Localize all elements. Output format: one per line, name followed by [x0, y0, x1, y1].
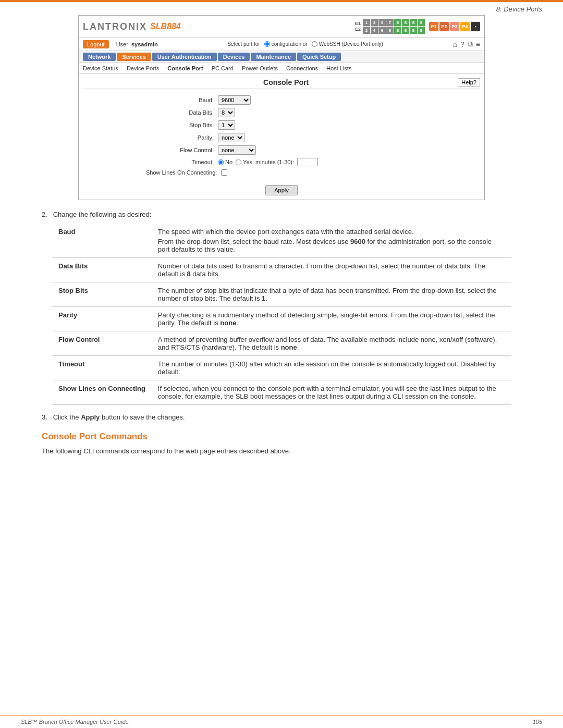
- lantronix-wordmark: LANTRONIX: [83, 20, 147, 32]
- console-port-form: Baud: 9600 1200 2400 4800 19200 38400 57…: [146, 95, 417, 195]
- show-lines-checkbox[interactable]: [221, 169, 227, 176]
- subnav-host-lists[interactable]: Host Lists: [326, 65, 351, 71]
- flow-control-row: Flow Control: none xon/xoff RTS/CTS: [146, 145, 417, 155]
- user-right: Select port for configuration or WebSSH …: [227, 41, 383, 47]
- subnav-power-outlets[interactable]: Power Outlets: [242, 65, 278, 71]
- port-status-area: E1 E2 1 3 5 7 S S S S 2 4 6 8 S: [355, 19, 480, 34]
- table-row: Show Lines on Connecting If selected, wh…: [52, 380, 511, 405]
- desc-stop-bits: The number of stop bits that indicate th…: [152, 282, 511, 307]
- p2-btn[interactable]: P2: [439, 22, 449, 31]
- timeout-no-text: No: [225, 159, 232, 165]
- logout-button[interactable]: Logout: [83, 40, 109, 48]
- term-stop-bits: Stop Bits: [52, 282, 152, 307]
- help-icon[interactable]: ?: [460, 40, 464, 48]
- user-info: User: sysadmin: [116, 41, 158, 47]
- desc-data-bits: Number of data bits used to transmit a c…: [152, 258, 511, 282]
- timeout-label: Timeout:: [146, 159, 214, 165]
- nav-quick-setup[interactable]: Quick Setup: [297, 53, 341, 61]
- timeout-minutes-input[interactable]: [297, 158, 318, 166]
- data-bits-row: Data Bits: 8 7 6 5: [146, 108, 417, 117]
- timeout-no-radio[interactable]: [218, 159, 224, 165]
- timeout-yes-label[interactable]: Yes, minutes (1-30):: [236, 159, 294, 165]
- help-button[interactable]: Help?: [458, 78, 480, 87]
- copy-icon[interactable]: ⧉: [468, 40, 473, 48]
- data-bits-select[interactable]: 8 7 6 5: [218, 108, 235, 117]
- desc-timeout: The number of minutes (1-30) after which…: [152, 356, 511, 380]
- flow-control-select[interactable]: none xon/xoff RTS/CTS: [218, 145, 256, 155]
- footer-left: SLB™ Branch Office Manager User Guide: [21, 719, 129, 725]
- subnav-device-status[interactable]: Device Status: [83, 65, 118, 71]
- username: sysadmin: [131, 41, 158, 47]
- timeout-row: Timeout: No Yes, minutes (1-30):: [146, 158, 417, 166]
- table-row: Flow Control A method of preventing buff…: [52, 331, 511, 356]
- table-row: Timeout The number of minutes (1-30) aft…: [52, 356, 511, 380]
- nav-network[interactable]: Network: [83, 53, 116, 61]
- icon-bar: ⌂ ? ⧉ ≡: [453, 40, 480, 48]
- nav-devices[interactable]: Devices: [218, 53, 250, 61]
- webssh-radio[interactable]: [312, 41, 317, 47]
- timeout-no-label[interactable]: No: [218, 159, 232, 165]
- select-port-label: Select port for: [227, 41, 260, 47]
- footer-right: 105: [533, 719, 542, 725]
- p4-btn[interactable]: P4: [460, 22, 470, 31]
- flow-control-label: Flow Control:: [146, 147, 214, 153]
- main-content: LANTRONIX SLB884 E1 E2 1 3 5 7 S S: [0, 15, 563, 484]
- ui-screenshot-box: LANTRONIX SLB884 E1 E2 1 3 5 7 S S: [78, 15, 485, 200]
- lantronix-header: LANTRONIX SLB884 E1 E2 1 3 5 7 S S: [79, 16, 484, 38]
- parity-row: Parity: none even odd: [146, 133, 417, 142]
- model-name: SLB884: [150, 22, 181, 31]
- nav-services[interactable]: Services: [117, 53, 151, 61]
- ui-content: Console Port Help? Baud: 9600 1200 2400 …: [79, 74, 484, 200]
- chapter-title: 8: Device Ports: [496, 5, 542, 13]
- stop-bits-label: Stop Bits:: [146, 122, 214, 128]
- config-radio-label[interactable]: configuration or: [264, 41, 308, 47]
- config-radio[interactable]: [264, 41, 270, 47]
- user-bar: Logout User: sysadmin Select port for co…: [79, 38, 484, 51]
- subnav-device-ports[interactable]: Device Ports: [127, 65, 159, 71]
- baud-label: Baud:: [146, 97, 214, 103]
- desc-flow-control: A method of preventing buffer overflow a…: [152, 331, 511, 356]
- sub-nav: Device Status Device Ports Console Port …: [79, 63, 484, 74]
- desc-show-lines: If selected, when you connect to the con…: [152, 380, 511, 405]
- show-lines-row: Show Lines On Connecting:: [146, 169, 417, 176]
- stop-bits-select[interactable]: 1 2: [218, 120, 235, 130]
- apply-row: Apply: [146, 181, 417, 195]
- bottom-bar: SLB™ Branch Office Manager User Guide 10…: [0, 715, 563, 728]
- step2-text: 2. Change the following as desired:: [42, 211, 521, 218]
- p-buttons: P1 P2 P3 P4 ▪: [429, 22, 480, 31]
- step2-body: Change the following as desired:: [53, 211, 152, 218]
- term-data-bits: Data Bits: [52, 258, 152, 282]
- nav-maintenance[interactable]: Maintenance: [251, 53, 296, 61]
- subnav-console-port[interactable]: Console Port: [167, 65, 203, 71]
- subnav-connections[interactable]: Connections: [286, 65, 318, 71]
- list-icon[interactable]: ≡: [476, 40, 480, 48]
- stop-bits-row: Stop Bits: 1 2: [146, 120, 417, 130]
- console-commands-text: The following CLI commands correspond to…: [42, 447, 521, 455]
- p1-btn[interactable]: P1: [429, 22, 438, 31]
- parity-select[interactable]: none even odd: [218, 133, 244, 142]
- term-timeout: Timeout: [52, 356, 152, 380]
- p3-btn[interactable]: P3: [450, 22, 459, 31]
- step3-text: 3. Click the Apply button to save the ch…: [42, 413, 521, 421]
- baud-select[interactable]: 9600 1200 2400 4800 19200 38400 57600 11…: [218, 95, 251, 105]
- home-icon[interactable]: ⌂: [453, 40, 457, 48]
- config-radio-text: configuration or: [272, 41, 308, 47]
- console-port-title-bar: Console Port Help?: [83, 78, 480, 89]
- table-row: Data Bits Number of data bits used to tr…: [52, 258, 511, 282]
- console-port-title: Console Port: [114, 78, 458, 87]
- webssh-radio-label[interactable]: WebSSH (Device Port only): [312, 41, 383, 47]
- apply-button[interactable]: Apply: [265, 185, 298, 195]
- term-show-lines: Show Lines on Connecting: [52, 380, 152, 405]
- table-row: Baud The speed with which the device por…: [52, 224, 511, 258]
- desc-baud: The speed with which the device port exc…: [152, 224, 511, 258]
- table-row: Stop Bits The number of stop bits that i…: [52, 282, 511, 307]
- desc-parity: Parity checking is a rudimentary method …: [152, 307, 511, 331]
- term-flow-control: Flow Control: [52, 331, 152, 356]
- timeout-yes-radio[interactable]: [236, 159, 241, 165]
- nav-user-auth[interactable]: User Authentication: [152, 53, 217, 61]
- term-parity: Parity: [52, 307, 152, 331]
- data-bits-label: Data Bits:: [146, 109, 214, 116]
- timeout-controls: No Yes, minutes (1-30):: [218, 158, 318, 166]
- subnav-pc-card[interactable]: PC Card: [212, 65, 234, 71]
- p-dark-btn[interactable]: ▪: [471, 22, 480, 31]
